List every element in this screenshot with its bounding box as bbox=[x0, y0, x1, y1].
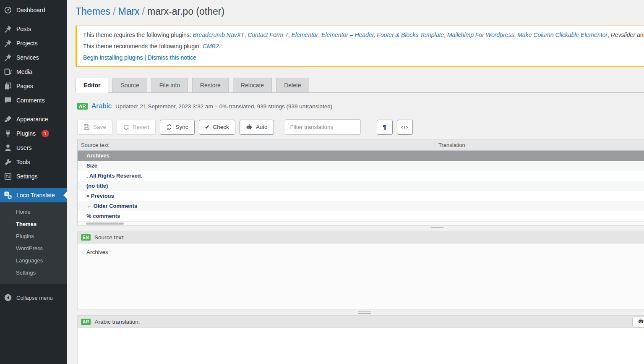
tab-delete[interactable]: Delete bbox=[276, 78, 309, 92]
sidebar-item-tools[interactable]: Tools bbox=[0, 155, 67, 169]
filter-translations-input[interactable] bbox=[285, 119, 361, 135]
list-resize-grip[interactable] bbox=[431, 227, 443, 229]
table-row[interactable]: Archives bbox=[78, 151, 644, 161]
horizontal-scrollbar-thumb[interactable] bbox=[86, 223, 124, 225]
tab-editor[interactable]: Editor bbox=[76, 78, 108, 93]
robot-icon bbox=[637, 318, 644, 326]
table-row[interactable]: . All Rights Reserved. bbox=[78, 171, 644, 181]
submenu-item-languages[interactable]: Languages bbox=[0, 254, 67, 267]
sidebar-item-label: Posts bbox=[16, 26, 31, 32]
table-row[interactable]: Size bbox=[78, 161, 644, 171]
table-row[interactable]: « Previous bbox=[78, 191, 644, 201]
check-icon: ✔ bbox=[205, 124, 210, 130]
translation-column-header[interactable]: Translation bbox=[434, 142, 644, 148]
table-row[interactable]: (no title) bbox=[78, 181, 644, 191]
sidebar-item-label: Media bbox=[16, 68, 32, 75]
collapse-menu-button[interactable]: Collapse menu bbox=[0, 291, 67, 305]
breadcrumb-link-marx[interactable]: Marx bbox=[118, 6, 139, 17]
pages-icon bbox=[4, 82, 12, 90]
sidebar-item-settings[interactable]: Settings bbox=[0, 169, 67, 183]
source-text-panel-header: EN Source text: bbox=[77, 231, 644, 244]
sidebar-item-plugins[interactable]: Plugins 1 bbox=[0, 126, 67, 141]
language-summary-row: AR Arabic Updated: 21 September, 2023 3:… bbox=[77, 101, 644, 112]
source-text-content: Archives bbox=[77, 244, 644, 309]
notice-recommended-plugin-line: This theme recommends the following plug… bbox=[83, 43, 644, 50]
user-icon bbox=[4, 144, 12, 152]
breadcrumb-link-themes[interactable]: Themes bbox=[76, 6, 110, 17]
submenu-item-wordpress[interactable]: WordPress bbox=[0, 242, 67, 254]
auto-label: Auto bbox=[256, 124, 268, 130]
save-label: Save bbox=[93, 124, 106, 130]
svg-text:A: A bbox=[5, 192, 8, 196]
sidebar-item-label: Appearance bbox=[16, 116, 48, 123]
sidebar-item-label: Comments bbox=[16, 97, 45, 104]
strings-table-header: Source text Translation bbox=[78, 139, 644, 151]
source-text-column-header[interactable]: Source text bbox=[78, 142, 434, 148]
admin-sidebar: Dashboard Posts Projects Services Media … bbox=[0, 0, 67, 364]
pushpin-icon bbox=[4, 25, 12, 33]
main-content: Themes/Marx/marx-ar.po (other) This them… bbox=[67, 0, 644, 364]
translation-editor-area[interactable] bbox=[77, 328, 644, 364]
sidebar-item-label: Services bbox=[16, 54, 39, 61]
sidebar-item-dashboard[interactable]: Dashboard bbox=[0, 3, 67, 17]
sidebar-item-loco-translate[interactable]: A Loco Translate bbox=[0, 188, 67, 202]
loco-translate-submenu: Home Themes Plugins WordPress Languages … bbox=[0, 202, 67, 284]
toggle-invisibles-button[interactable]: ¶ bbox=[377, 120, 393, 135]
sidebar-item-pages[interactable]: Pages bbox=[0, 79, 67, 93]
sidebar-item-media[interactable]: Media bbox=[0, 65, 67, 79]
submenu-item-plugins[interactable]: Plugins bbox=[0, 230, 67, 242]
suggest-translation-button[interactable] bbox=[632, 317, 644, 327]
revert-label: Revert bbox=[133, 124, 149, 130]
media-icon bbox=[4, 68, 12, 76]
table-row[interactable]: % comments bbox=[78, 211, 644, 221]
tab-relocate[interactable]: Relocate bbox=[233, 78, 272, 92]
source-text-panel: EN Source text: Archives bbox=[77, 231, 644, 309]
sidebar-item-comments[interactable]: Comments bbox=[0, 93, 67, 107]
toggle-code-view-button[interactable]: </> bbox=[397, 120, 413, 135]
language-meta-text: Updated: 21 September, 2023 3:32 am – 0%… bbox=[115, 103, 332, 110]
dashboard-icon bbox=[4, 6, 12, 14]
translation-panel-label: Arabic translation: bbox=[94, 319, 140, 325]
tab-source[interactable]: Source bbox=[112, 78, 147, 92]
auto-translate-button[interactable]: Auto bbox=[240, 120, 274, 135]
sidebar-item-label: Pages bbox=[16, 83, 33, 89]
file-tabs: Editor Source File info Restore Relocate… bbox=[76, 78, 644, 93]
plugin-requirement-notice: This theme requires the following plugin… bbox=[76, 26, 644, 67]
tab-file-info[interactable]: File info bbox=[151, 78, 188, 92]
notice-actions-line[interactable]: Begin installing plugins | Dismiss this … bbox=[83, 54, 644, 61]
breadcrumb: Themes/Marx/marx-ar.po (other) bbox=[76, 6, 644, 17]
sidebar-item-label: Tools bbox=[16, 159, 30, 165]
pushpin-icon bbox=[4, 53, 12, 62]
table-row[interactable]: ← Older Comments bbox=[78, 201, 644, 211]
collapse-arrow-icon bbox=[4, 293, 12, 302]
sidebar-item-posts[interactable]: Posts bbox=[0, 22, 67, 36]
language-name-link[interactable]: Arabic bbox=[91, 102, 112, 110]
submenu-item-themes[interactable]: Themes bbox=[0, 218, 67, 230]
submenu-item-settings[interactable]: Settings bbox=[0, 267, 67, 279]
sidebar-item-services[interactable]: Services bbox=[0, 50, 67, 65]
plugin-icon bbox=[4, 129, 12, 138]
pushpin-icon bbox=[4, 39, 12, 47]
sync-label: Sync bbox=[176, 124, 188, 130]
wrench-icon bbox=[4, 158, 12, 166]
breadcrumb-separator: / bbox=[110, 6, 118, 17]
sidebar-item-appearance[interactable]: Appearance bbox=[0, 112, 67, 126]
strings-table: Source text Translation Archives Size . … bbox=[77, 139, 644, 225]
save-icon bbox=[83, 124, 90, 130]
check-button[interactable]: ✔ Check bbox=[199, 120, 235, 135]
sidebar-item-users[interactable]: Users bbox=[0, 141, 67, 155]
sidebar-item-label: Settings bbox=[16, 173, 38, 180]
panel-resize-grip[interactable] bbox=[358, 312, 371, 314]
notice-required-plugins-line: This theme requires the following plugin… bbox=[83, 31, 644, 38]
sidebar-item-label: Loco Translate bbox=[16, 192, 55, 199]
collapse-menu-label: Collapse menu bbox=[16, 295, 53, 301]
revert-button[interactable]: Revert bbox=[117, 120, 156, 135]
settings-icon bbox=[4, 172, 12, 181]
save-button[interactable]: Save bbox=[77, 120, 112, 135]
submenu-item-home[interactable]: Home bbox=[0, 206, 67, 218]
sidebar-item-label: Plugins bbox=[16, 130, 36, 137]
sync-button[interactable]: Sync bbox=[160, 120, 195, 135]
tab-restore[interactable]: Restore bbox=[192, 78, 229, 92]
sidebar-item-label: Users bbox=[16, 144, 32, 151]
sidebar-item-projects[interactable]: Projects bbox=[0, 36, 67, 50]
